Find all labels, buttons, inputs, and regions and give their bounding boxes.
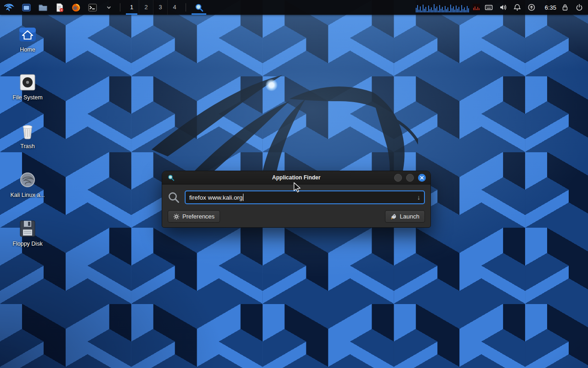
close-icon [420,176,424,180]
top-panel: 1 2 3 4 [0,0,588,15]
keyboard-tray-button[interactable] [485,0,493,15]
trash-icon [17,121,38,141]
launcher-menu-arrow[interactable] [102,0,116,15]
window-title: Application Finder [162,174,430,181]
preferences-button-label: Preferences [182,213,215,220]
desktop-icon-label: Trash [20,143,35,150]
disk-monitor-graph [473,4,480,11]
minimize-button[interactable] [394,174,402,182]
desktop-icon-trash[interactable]: Trash [5,121,51,150]
search-input-value: firefox www.kali.org [189,194,243,201]
kali-disc-icon [17,170,38,190]
volume-icon [499,3,507,12]
text-editor-icon [55,3,64,12]
system-tray [485,0,536,15]
kali-logo-icon [3,2,14,13]
screen-lock-icon [561,3,569,12]
workspace-1[interactable]: 1 [124,0,139,15]
drive-icon [17,73,38,92]
firefox-icon [71,3,81,12]
desktop-icon-kali-linux[interactable]: Kali Linux a... [5,170,51,198]
search-icon [168,191,180,204]
files-app-launcher[interactable] [19,0,33,15]
notifications-tray-button[interactable] [513,0,521,15]
launch-button-label: Launch [400,213,419,220]
terminal-icon [88,3,97,12]
files-app-icon [22,3,31,12]
workspace-4[interactable]: 4 [167,0,181,15]
workspace-switcher: 1 2 3 4 [124,0,181,15]
clock[interactable]: 6:35 [545,4,556,11]
workspace-3[interactable]: 3 [153,0,167,15]
text-caret [243,194,243,201]
launch-button[interactable]: Launch [385,210,425,223]
desktop-icon-label: File System [12,94,42,101]
panel-separator [186,3,186,12]
applications-menu-button[interactable] [0,0,17,15]
logout-button[interactable] [575,0,583,15]
screen-lock-button[interactable] [561,0,569,15]
desktop-icon-label: Kali Linux a... [10,192,45,198]
file-manager-launcher[interactable] [36,0,50,15]
desktop-icon-floppy-disk[interactable]: Floppy Disk [5,219,51,247]
notifications-bell-icon [513,3,521,12]
launch-icon [390,213,397,220]
dropdown-arrow-icon[interactable]: ↓ [417,194,420,201]
taskbar-application-finder-button[interactable] [190,0,208,15]
gear-icon [173,213,180,220]
volume-tray-button[interactable] [499,0,507,15]
desktop-icon-file-system[interactable]: File System [5,73,51,101]
glow-orb [266,79,277,91]
update-tray-button[interactable] [527,0,536,15]
workspace-2[interactable]: 2 [139,0,153,15]
update-indicator-icon [527,3,536,12]
close-button[interactable] [418,174,426,182]
panel-launchers [19,0,116,15]
home-icon [17,25,38,44]
preferences-button[interactable]: Preferences [168,210,220,223]
desktop-icon-label: Floppy Disk [12,241,42,247]
application-finder-task-icon [195,3,204,12]
text-editor-launcher[interactable] [52,0,66,15]
desktop-icon-home[interactable]: Home [5,25,51,53]
chevron-down-icon [107,6,111,9]
logout-icon [575,3,583,12]
folder-icon [38,3,48,12]
search-input[interactable]: firefox www.kali.org ↓ [185,190,425,204]
firefox-launcher[interactable] [69,0,83,15]
keyboard-icon [485,3,493,12]
panel-separator [120,3,120,12]
terminal-launcher[interactable] [85,0,99,15]
application-finder-icon [168,174,175,181]
application-finder-window: Application Finder firefox www.kali.org [162,171,431,228]
maximize-button[interactable] [406,174,414,182]
mouse-cursor [292,182,301,193]
floppy-icon [17,219,38,238]
desktop-icon-label: Home [20,46,35,53]
network-monitor-graph [416,2,470,13]
